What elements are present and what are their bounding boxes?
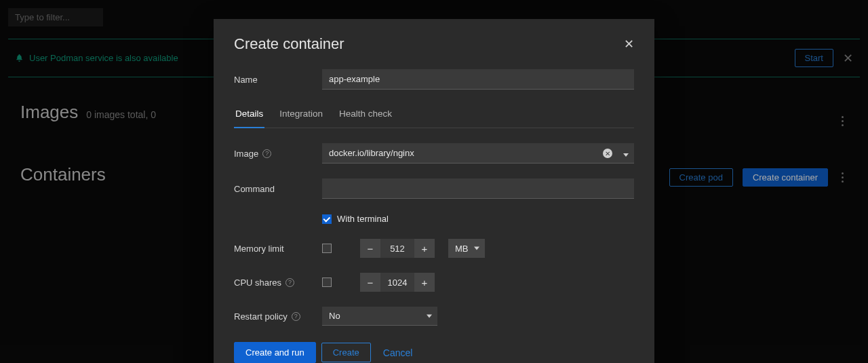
restart-policy-label: Restart policy ? bbox=[234, 311, 322, 322]
create-container-modal: Create container ✕ Name Details Integrat… bbox=[214, 19, 654, 363]
modal-title: Create container bbox=[234, 35, 344, 53]
create-and-run-button[interactable]: Create and run bbox=[234, 342, 316, 363]
memory-limit-label: Memory limit bbox=[234, 244, 322, 254]
clear-icon[interactable]: ✕ bbox=[603, 149, 612, 158]
name-input[interactable] bbox=[322, 69, 634, 90]
cpu-plus-button[interactable]: + bbox=[414, 273, 435, 292]
cpu-shares-label: CPU shares ? bbox=[234, 278, 322, 288]
cpu-minus-button[interactable]: − bbox=[360, 273, 380, 292]
modal-overlay: Create container ✕ Name Details Integrat… bbox=[0, 0, 868, 363]
help-icon[interactable]: ? bbox=[285, 278, 294, 287]
image-label: Image ? bbox=[234, 149, 322, 159]
memory-input[interactable] bbox=[380, 239, 414, 258]
modal-footer: Create and run Create Cancel bbox=[234, 342, 634, 363]
help-icon[interactable]: ? bbox=[262, 149, 271, 158]
tab-integration[interactable]: Integration bbox=[278, 104, 324, 128]
command-input[interactable] bbox=[322, 178, 634, 199]
command-label: Command bbox=[234, 184, 322, 194]
tab-details[interactable]: Details bbox=[234, 104, 264, 128]
help-icon[interactable]: ? bbox=[292, 312, 300, 321]
cpu-shares-checkbox[interactable] bbox=[322, 278, 332, 287]
name-label: Name bbox=[234, 75, 322, 85]
chevron-down-icon[interactable] bbox=[623, 147, 629, 159]
with-terminal-checkbox[interactable] bbox=[322, 214, 332, 224]
chevron-down-icon bbox=[427, 314, 432, 318]
cpu-stepper: − + bbox=[360, 273, 435, 292]
memory-plus-button[interactable]: + bbox=[414, 239, 435, 258]
tab-health-check[interactable]: Health check bbox=[338, 104, 393, 128]
memory-limit-checkbox[interactable] bbox=[322, 244, 332, 253]
memory-minus-button[interactable]: − bbox=[360, 239, 380, 258]
with-terminal-label: With terminal bbox=[337, 214, 389, 224]
create-button[interactable]: Create bbox=[321, 343, 371, 362]
memory-unit-select[interactable]: MB bbox=[448, 239, 485, 258]
cancel-button[interactable]: Cancel bbox=[376, 343, 420, 362]
modal-tabs: Details Integration Health check bbox=[234, 104, 634, 128]
chevron-down-icon bbox=[474, 247, 479, 250]
image-input[interactable] bbox=[322, 143, 634, 164]
cpu-input[interactable] bbox=[380, 273, 414, 292]
memory-stepper: − + bbox=[360, 239, 435, 258]
close-icon[interactable]: ✕ bbox=[624, 37, 634, 52]
restart-policy-select[interactable]: No bbox=[322, 307, 437, 326]
